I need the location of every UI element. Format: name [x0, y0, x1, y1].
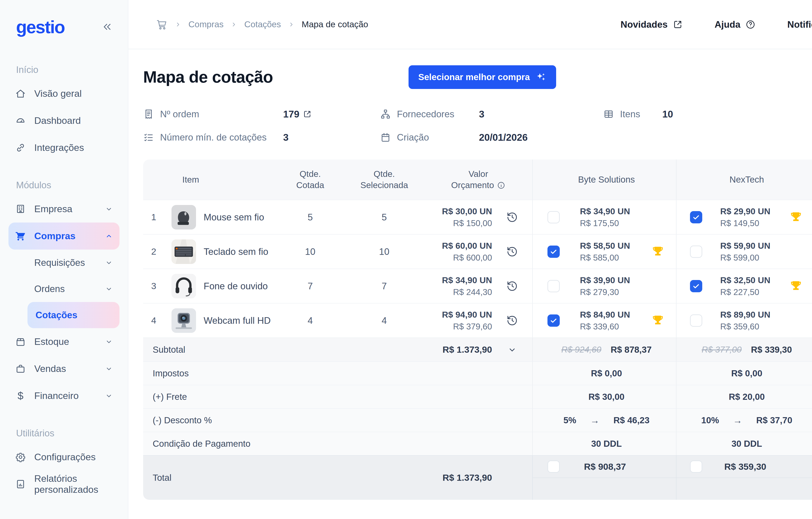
subtotal-supplier-cell: R$ 377,00 R$ 339,30 [676, 338, 812, 361]
external-link-icon [673, 20, 683, 30]
item-name: Fone de ouvido [196, 281, 277, 292]
cart-icon [15, 230, 26, 242]
ajuda-link[interactable]: Ajuda [715, 19, 756, 30]
dollar-icon: $ [15, 390, 26, 401]
app-window: gestio Início Visão geral Dashboard Inte… [0, 0, 812, 519]
item-name: Mouse sem fio [196, 212, 277, 222]
total-row: Total R$ 1.373,90 R$ 908,37 [143, 455, 812, 500]
sidebar-item-configuracoes[interactable]: Configurações [8, 444, 119, 470]
org-chart-icon [380, 109, 391, 120]
breadcrumb-link-cotacoes[interactable]: Cotações [244, 20, 281, 29]
topbar: Compras Cotações Mapa de cotação Novidad… [128, 0, 812, 49]
quote-price: R$ 89,90 UNR$ 359,60 [720, 310, 770, 331]
subtotal-expand-chevron[interactable] [492, 345, 532, 355]
sidebar-item-financeiro[interactable]: $ Financeiro [8, 382, 119, 409]
best-price-trophy-icon [650, 314, 665, 327]
qty-selected: 7 [344, 281, 425, 292]
discount-row: (-) Desconto % 5%→R$ 46,23 10%→R$ 37,70 [143, 408, 812, 432]
supplier-select-checkbox[interactable] [690, 314, 702, 327]
main-area: Compras Cotações Mapa de cotação Novidad… [128, 0, 812, 519]
supplier-select-checkbox[interactable] [548, 314, 560, 327]
qty-selected: 4 [344, 315, 425, 326]
table-row: 1 Mouse sem fio 5 5 R$ 30,00 UNR$ 150,00… [143, 200, 812, 234]
item-number: 3 [143, 281, 164, 291]
supplier-select-checkbox[interactable] [690, 280, 702, 292]
supplier-total-checkbox[interactable] [548, 460, 560, 473]
meta-value: 3 [283, 132, 289, 143]
total-label: Total [143, 473, 425, 483]
product-image-mouse [172, 205, 196, 230]
supplier-total-value: R$ 359,30 [702, 461, 788, 472]
breadcrumb: Compras Cotações Mapa de cotação [156, 19, 368, 30]
price-history-button[interactable] [506, 246, 518, 257]
col-header-budget: ValorOrçamento [425, 169, 532, 191]
budget-value: R$ 30,00 UNR$ 150,00 [425, 207, 492, 228]
quote-price: R$ 84,90 UNR$ 339,60 [580, 310, 630, 331]
report-icon [15, 479, 26, 490]
supplier-total-checkbox[interactable] [690, 460, 702, 473]
sidebar-item-vendas[interactable]: Vendas [8, 355, 119, 382]
sidebar-item-label: Empresa [34, 204, 105, 214]
sidebar-item-integracoes[interactable]: Integrações [8, 134, 119, 161]
grid-icon [603, 109, 614, 120]
price-history-button[interactable] [506, 315, 518, 326]
app-logo: gestio [16, 17, 64, 37]
info-icon[interactable] [497, 181, 505, 189]
taxes-value: R$ 0,00 [548, 368, 665, 378]
package-icon [15, 336, 26, 347]
sidebar-item-label: Relatórios personalizados [34, 473, 113, 495]
supplier-total-value: R$ 908,37 [560, 461, 650, 472]
sidebar-section-label: Módulos [16, 180, 119, 190]
supplier-select-checkbox[interactable] [690, 211, 702, 223]
supplier-quote-cell: R$ 34,90 UNR$ 175,50 [532, 200, 676, 234]
external-link-icon[interactable] [303, 110, 312, 119]
budget-value: R$ 60,00 UNR$ 600,00 [425, 241, 492, 263]
subtotal-previous: R$ 377,00 [702, 345, 742, 355]
quote-price: R$ 34,90 UNR$ 175,50 [580, 207, 630, 228]
sidebar-item-ordens[interactable]: Ordens [8, 276, 119, 302]
sidebar-item-empresa[interactable]: Empresa [8, 195, 119, 222]
supplier-select-checkbox[interactable] [690, 246, 702, 258]
chevron-down-icon [105, 285, 113, 293]
history-icon [506, 246, 518, 257]
sidebar-item-label: Dashboard [34, 115, 113, 126]
sidebar-item-visao-geral[interactable]: Visão geral [8, 80, 119, 107]
breadcrumb-link-compras[interactable]: Compras [188, 20, 224, 29]
sidebar-item-estoque[interactable]: Estoque [8, 328, 119, 355]
freight-label: (+) Frete [143, 392, 532, 402]
checklist-icon [143, 132, 154, 143]
sidebar-item-cotacoes[interactable]: Cotações [28, 302, 119, 328]
gear-icon [15, 451, 26, 463]
chevron-down-icon [105, 205, 113, 213]
sidebar-item-label: Vendas [34, 363, 105, 374]
quote-price: R$ 32,50 UNR$ 227,50 [720, 275, 770, 297]
arrow-right-icon: → [590, 415, 600, 426]
gauge-icon [15, 115, 26, 126]
notificacoes-link[interactable]: Notificações [787, 19, 812, 30]
history-icon [506, 280, 518, 292]
price-history-button[interactable] [506, 212, 518, 223]
novidades-link[interactable]: Novidades [620, 19, 683, 30]
supplier-quote-cell: R$ 84,90 UNR$ 339,60 [532, 303, 676, 337]
sidebar: gestio Início Visão geral Dashboard Inte… [0, 0, 128, 519]
best-price-trophy-icon [788, 211, 804, 224]
sidebar-collapse-button[interactable] [101, 21, 113, 34]
select-best-purchase-button[interactable]: Selecionar melhor compra [409, 65, 556, 89]
meta-items: Itens 10 [603, 109, 812, 120]
sidebar-item-compras[interactable]: Compras [8, 222, 119, 250]
sidebar-item-dashboard[interactable]: Dashboard [8, 107, 119, 134]
supplier-select-checkbox[interactable] [548, 211, 560, 223]
quote-map-table: Item Qtde.Cotada Qtde.Selecionada ValorO… [143, 159, 812, 500]
price-history-button[interactable] [506, 280, 518, 292]
chevron-down-icon [105, 337, 113, 346]
supplier-quote-cell: R$ 89,90 UNR$ 359,60 [676, 303, 812, 337]
sidebar-item-requisicoes[interactable]: Requisições [8, 250, 119, 276]
supplier-select-checkbox[interactable] [548, 246, 560, 258]
budget-value: R$ 34,90 UNR$ 244,30 [425, 275, 492, 297]
sidebar-item-relatorios[interactable]: Relatórios personalizados [8, 470, 119, 498]
sidebar-item-label: Estoque [34, 336, 105, 347]
meta-value: 10 [662, 109, 673, 120]
meta-label: Criação [397, 132, 479, 143]
supplier-select-checkbox[interactable] [548, 280, 560, 292]
qty-quoted: 10 [277, 246, 344, 257]
